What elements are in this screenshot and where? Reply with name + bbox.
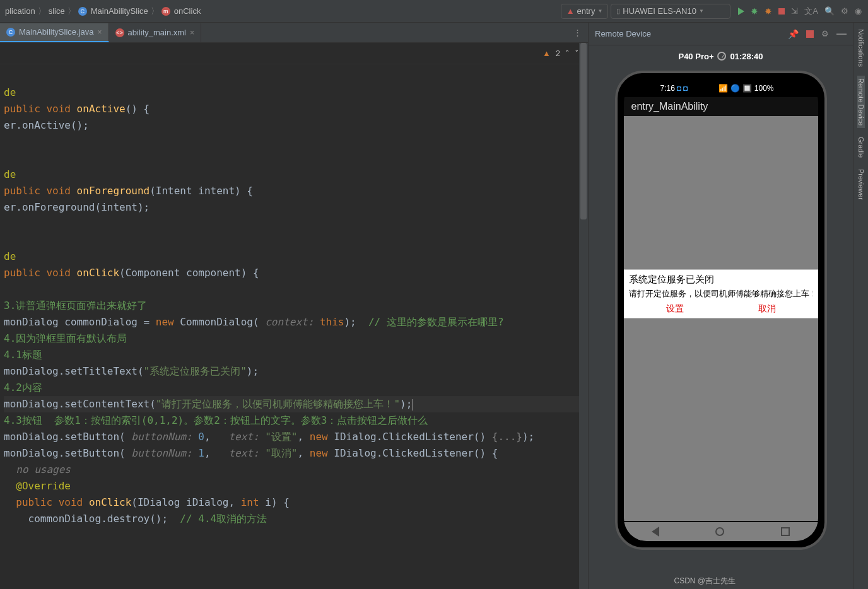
stop-icon[interactable] [778, 8, 785, 15]
icon-badge: ◘ [683, 84, 688, 93]
translate-icon[interactable]: 文A [804, 6, 818, 17]
status-bar: 7:16◘◘ 📶🔵🔲100% [624, 79, 818, 97]
panel-title: Remote Device [595, 29, 651, 38]
run-icon[interactable] [738, 8, 744, 15]
method-icon: m [161, 7, 170, 16]
dialog-title: 系统定位服务已关闭 [629, 274, 813, 286]
dock-gradle[interactable]: Gradle [857, 134, 865, 160]
breadcrumb-item[interactable]: MainAbilitySlice [91, 6, 148, 16]
home-icon[interactable] [715, 527, 724, 536]
chevron-icon: 〉 [151, 6, 159, 17]
nav-bar [624, 522, 818, 541]
dock-notifications[interactable]: Notifications [857, 26, 865, 69]
pin-icon[interactable]: 📌 [788, 29, 799, 39]
profiler-icon[interactable]: ✸ [765, 6, 772, 16]
java-icon: C [6, 28, 15, 37]
wifi-icon: 📶 [718, 84, 728, 93]
chevron-icon: 〉 [67, 6, 76, 17]
watermark: CSDN @吉士先生 [674, 576, 736, 586]
chevron-icon: 〉 [38, 6, 46, 17]
battery-icon: 🔲 [742, 84, 752, 93]
prev-highlight-icon[interactable]: ˄ [565, 49, 570, 58]
device-status: P40 Pro+ 01:28:40 [589, 45, 853, 67]
warning-count: 2 [556, 49, 560, 58]
editor-panel: C MainAbilitySlice.java × <> ability_mai… [0, 23, 588, 589]
code-area[interactable]: de public void onActive() { er.onActive(… [0, 64, 588, 589]
breadcrumb: plication 〉 slice 〉 C MainAbilitySlice 〉… [3, 6, 201, 17]
app-body: 系统定位服务已关闭 请打开定位服务，以便司机师傅能够精确接您上车！ 设置 取消 [624, 116, 818, 521]
dock-remote-device[interactable]: Remote Device [857, 76, 865, 128]
close-icon[interactable]: × [98, 28, 102, 37]
stop-icon[interactable] [806, 30, 814, 38]
breadcrumb-item[interactable]: plication [5, 6, 35, 16]
top-toolbar: plication 〉 slice 〉 C MainAbilitySlice 〉… [0, 0, 868, 23]
warning-icon[interactable]: ▲ [542, 49, 551, 58]
editor-scrollbar[interactable] [579, 43, 588, 589]
user-icon[interactable]: ◉ [855, 6, 862, 16]
device-screen[interactable]: 7:16◘◘ 📶🔵🔲100% entry_MainAbility 系统定位服务已… [624, 79, 818, 541]
close-icon[interactable]: × [190, 28, 194, 37]
debug-icon[interactable]: ✸ [751, 6, 758, 16]
icon-badge: ◘ [677, 84, 681, 93]
app-title: entry_MainAbility [624, 97, 818, 116]
entry-icon: ▲ [566, 6, 575, 16]
editor-tab[interactable]: C MainAbilitySlice.java × [0, 23, 109, 42]
remote-device-panel: Remote Device 📌 ⚙ — P40 Pro+ 01:28:40 [588, 23, 853, 589]
editor-tab[interactable]: <> ability_main.xml × [109, 23, 202, 42]
timer-icon [717, 52, 726, 61]
tool-dock: Notifications Remote Device Gradle Previ… [853, 23, 868, 589]
recent-icon[interactable] [781, 527, 790, 536]
dialog-content: 请打开定位服务，以便司机师傅能够精确接您上车！ [629, 288, 813, 300]
hide-icon[interactable]: — [836, 28, 847, 40]
next-highlight-icon[interactable]: ˅ [575, 49, 579, 58]
chevron-down-icon: ▼ [699, 8, 704, 14]
settings-icon[interactable]: ⚙ [841, 6, 848, 16]
dialog-button-set[interactable]: 设置 [629, 303, 721, 315]
settings-icon[interactable]: ⚙ [821, 29, 829, 38]
device-selector[interactable]: ▯ HUAWEI ELS-AN10 ▼ [611, 4, 730, 19]
dock-previewer[interactable]: Previewer [857, 166, 865, 202]
chevron-down-icon: ▼ [597, 8, 602, 14]
breadcrumb-item[interactable]: slice [49, 6, 65, 16]
tab-menu-icon[interactable]: ⋮ [567, 28, 588, 37]
back-icon[interactable] [652, 527, 659, 537]
run-config-selector[interactable]: ▲ entry ▼ [561, 4, 609, 19]
xml-icon: <> [115, 28, 124, 37]
editor-tabs: C MainAbilitySlice.java × <> ability_mai… [0, 23, 588, 43]
phone-icon: ▯ [616, 7, 620, 15]
breadcrumb-item[interactable]: onClick [174, 6, 201, 16]
class-icon: C [78, 7, 87, 16]
common-dialog: 系统定位服务已关闭 请打开定位服务，以便司机师傅能够精确接您上车！ 设置 取消 [624, 270, 818, 318]
search-icon[interactable]: 🔍 [824, 6, 835, 16]
bt-icon: 🔵 [730, 84, 740, 93]
device-frame: 7:16◘◘ 📶🔵🔲100% entry_MainAbility 系统定位服务已… [615, 71, 827, 550]
dialog-button-cancel[interactable]: 取消 [721, 303, 813, 315]
update-icon[interactable]: ⇲ [791, 6, 798, 16]
